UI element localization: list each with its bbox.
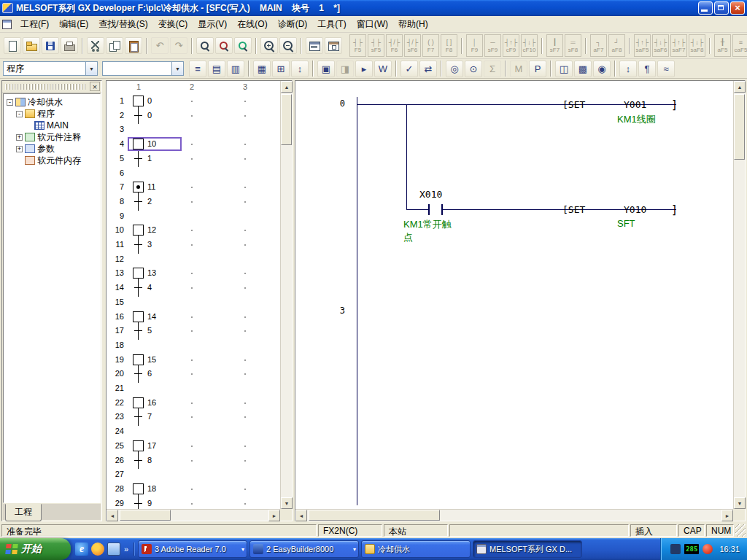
menu-project[interactable]: 工程(F) bbox=[15, 17, 54, 32]
partial-zoom-button[interactable]: ◎ bbox=[446, 61, 463, 77]
tray-meter-icon[interactable]: 285 bbox=[684, 544, 699, 554]
contact-bar-right[interactable] bbox=[441, 204, 443, 215]
open-project-button[interactable] bbox=[23, 37, 40, 54]
tree-item-program-main[interactable]: MAIN bbox=[4, 120, 100, 131]
taskbar-task-gx-developer[interactable]: MELSOFT系列 GX D... bbox=[473, 540, 582, 558]
sfc-step-0[interactable] bbox=[133, 96, 144, 106]
sfc-transition-5[interactable] bbox=[134, 330, 142, 331]
device-find-button[interactable]: ⊙ bbox=[465, 61, 482, 77]
sfc-transition-9[interactable] bbox=[134, 503, 142, 504]
tree-item-project-root[interactable]: -冷却供水 bbox=[4, 96, 100, 108]
sfc-transition-0[interactable] bbox=[134, 115, 142, 116]
scroll-left-icon[interactable]: ◄ bbox=[107, 510, 118, 521]
start-button[interactable]: 开始 bbox=[0, 538, 71, 560]
menu-diagnostics[interactable]: 诊断(D) bbox=[273, 17, 313, 32]
scroll-up-icon[interactable]: ▲ bbox=[281, 81, 293, 93]
menu-help[interactable]: 帮助(H) bbox=[393, 17, 433, 32]
zoom-in-button[interactable] bbox=[260, 37, 278, 54]
cut-button[interactable] bbox=[87, 37, 104, 54]
sfc-step-13[interactable] bbox=[133, 268, 144, 279]
menu-view[interactable]: 显示(V) bbox=[193, 17, 232, 32]
quicklaunch-ie-icon[interactable] bbox=[75, 542, 88, 556]
restore-button[interactable] bbox=[714, 1, 729, 15]
set-instruction[interactable]: [SET bbox=[562, 204, 585, 215]
device-search-combo[interactable]: ▼ bbox=[102, 61, 184, 76]
auto-scroll-button[interactable]: ↕ bbox=[619, 61, 637, 77]
read-mode-button[interactable]: ▸ bbox=[355, 61, 373, 77]
tree-item-device-memory[interactable]: 软元件内存 bbox=[4, 155, 100, 166]
taskbar-task-cooling-folder[interactable]: 冷却供水 bbox=[361, 540, 471, 558]
sfc-step-17[interactable] bbox=[133, 440, 144, 451]
menu-convert[interactable]: 变换(C) bbox=[153, 17, 193, 32]
operand-y010[interactable]: Y010 bbox=[624, 204, 646, 215]
sorted-display-button[interactable]: ↕ bbox=[291, 61, 309, 77]
statement-display-button[interactable]: ▥ bbox=[227, 61, 244, 77]
sfc-window-button[interactable] bbox=[325, 37, 342, 54]
sfc-step-14[interactable] bbox=[133, 311, 144, 322]
sfc-diagram[interactable]: 1231020341051671182910121131213131441516… bbox=[107, 81, 281, 510]
convert-block-button[interactable]: ⇄ bbox=[419, 61, 437, 77]
operand-y001[interactable]: Y001 bbox=[624, 99, 646, 110]
block-parameter-button[interactable]: P bbox=[529, 61, 546, 77]
find-contact-coil-button[interactable] bbox=[234, 37, 252, 54]
ladder-window-button[interactable] bbox=[306, 37, 323, 54]
sfc-transition-1[interactable] bbox=[134, 158, 142, 159]
quicklaunch-media-icon[interactable] bbox=[91, 542, 104, 556]
zoom-select-button[interactable]: ◉ bbox=[593, 61, 611, 77]
window-tile-button[interactable]: ◫ bbox=[555, 61, 573, 77]
zoom-out-button[interactable] bbox=[279, 37, 297, 54]
scroll-right-icon[interactable]: ► bbox=[721, 510, 733, 521]
paste-button[interactable] bbox=[125, 37, 142, 54]
panel-close-button[interactable]: × bbox=[90, 82, 100, 91]
sfc-vertical-scrollbar[interactable]: ▲ ▼ bbox=[280, 81, 292, 509]
window-cascade-button[interactable]: ▩ bbox=[574, 61, 592, 77]
step-comment-button[interactable]: ¶ bbox=[638, 61, 656, 77]
new-project-button[interactable] bbox=[4, 37, 21, 54]
save-project-button[interactable] bbox=[42, 37, 59, 54]
monitor-mode-button[interactable]: ▣ bbox=[317, 61, 335, 77]
comment-display-button[interactable]: ▤ bbox=[208, 61, 225, 77]
close-button[interactable]: × bbox=[730, 1, 745, 15]
tree-item-parameter[interactable]: +参数 bbox=[4, 143, 100, 155]
ladder-horizontal-scrollbar[interactable]: ◄ ► bbox=[295, 509, 733, 521]
scrollbar-thumb[interactable] bbox=[120, 510, 171, 521]
write-mode-button[interactable]: W bbox=[374, 61, 392, 77]
expand-icon[interactable]: + bbox=[16, 134, 23, 141]
tray-app-icon[interactable] bbox=[670, 544, 681, 554]
set-instruction[interactable]: [SET bbox=[562, 99, 585, 110]
copy-button[interactable] bbox=[106, 37, 123, 54]
sfc-transition-2[interactable] bbox=[134, 201, 142, 202]
expand-icon[interactable]: + bbox=[16, 146, 23, 152]
sfc-step-15[interactable] bbox=[133, 354, 144, 365]
sfc-transition-3[interactable] bbox=[134, 244, 142, 245]
resize-grip[interactable] bbox=[735, 524, 746, 537]
collapse-icon[interactable]: - bbox=[16, 111, 23, 117]
project-data-list-toggle-button[interactable]: ≡ bbox=[189, 61, 206, 77]
ladder-vertical-scrollbar[interactable]: ▲ ▼ bbox=[733, 81, 745, 509]
scroll-down-icon[interactable]: ▼ bbox=[734, 497, 746, 509]
scroll-down-icon[interactable]: ▼ bbox=[281, 497, 293, 509]
panel-drag-handle[interactable] bbox=[5, 84, 87, 90]
scroll-right-icon[interactable]: ► bbox=[268, 510, 280, 521]
tab-project[interactable]: 工程 bbox=[5, 504, 42, 521]
program-check-button[interactable]: ✓ bbox=[400, 61, 418, 77]
menu-tools[interactable]: 工具(T) bbox=[312, 17, 351, 32]
menu-find-replace[interactable]: 查找/替换(S) bbox=[93, 17, 152, 32]
scrollbar-thumb[interactable] bbox=[734, 94, 745, 160]
sfc-step-16[interactable] bbox=[133, 397, 144, 408]
sfc-block-list-button[interactable]: ▦ bbox=[253, 61, 271, 77]
quicklaunch-overflow-chevron[interactable]: » bbox=[122, 545, 131, 553]
sfc-transition-4[interactable] bbox=[134, 287, 142, 288]
scroll-up-icon[interactable]: ▲ bbox=[734, 81, 746, 93]
find-device-button[interactable] bbox=[196, 37, 214, 54]
sfc-step-18[interactable] bbox=[133, 483, 144, 494]
tree-item-program-folder[interactable]: -程序 bbox=[4, 108, 100, 120]
menu-window[interactable]: 窗口(W) bbox=[352, 17, 393, 32]
sfc-transition-7[interactable] bbox=[134, 416, 142, 417]
chevron-down-icon[interactable]: ▼ bbox=[171, 62, 183, 75]
mdi-document-icon[interactable] bbox=[2, 20, 12, 29]
menu-online[interactable]: 在线(O) bbox=[232, 17, 272, 32]
find-instruction-button[interactable] bbox=[215, 37, 233, 54]
scrollbar-thumb[interactable] bbox=[309, 510, 440, 521]
print-button[interactable] bbox=[61, 37, 78, 54]
